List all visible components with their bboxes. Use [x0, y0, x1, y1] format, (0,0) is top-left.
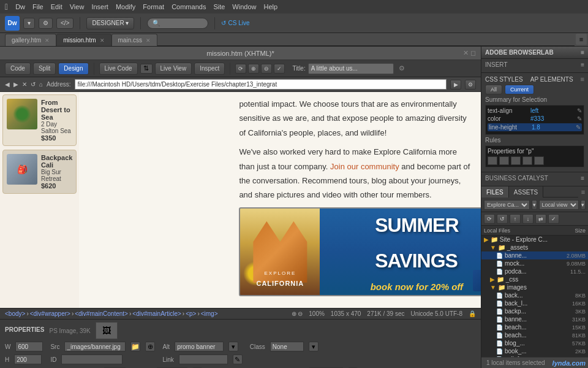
- refresh-icon[interactable]: ⟳: [235, 64, 246, 74]
- menu-insert[interactable]: Insert: [91, 3, 108, 10]
- live-code-icon[interactable]: ⇅: [140, 64, 153, 74]
- files-options[interactable]: ≡: [578, 186, 588, 197]
- insert-options[interactable]: ≡: [581, 61, 584, 68]
- tab-maincss[interactable]: main.css ✕: [111, 34, 157, 46]
- menu-site[interactable]: Site: [213, 3, 225, 10]
- checkmark-icon[interactable]: ✓: [274, 64, 285, 74]
- cs-live-btn[interactable]: ↺ CS Live: [221, 20, 249, 26]
- class-input[interactable]: [270, 342, 304, 351]
- join-link[interactable]: Join our community: [330, 162, 399, 171]
- rules-icon-1[interactable]: [488, 156, 497, 165]
- alt-input[interactable]: [175, 342, 224, 351]
- design-view-btn[interactable]: Design: [58, 63, 88, 75]
- file-back[interactable]: 📄 back... 8KB: [481, 291, 588, 299]
- menu-edit[interactable]: Edit: [51, 3, 62, 10]
- width-input[interactable]: [15, 342, 43, 351]
- file-root[interactable]: ▶ 📁 Site - Explore C...: [481, 236, 588, 243]
- file-beach2[interactable]: 📄 beach... 81KB: [481, 331, 588, 339]
- file-banne2[interactable]: 📄 banne... 31KB: [481, 315, 588, 323]
- current-btn[interactable]: Current: [505, 85, 534, 94]
- class-dropdown-icon[interactable]: ▾: [309, 342, 318, 351]
- tab-maincss-close[interactable]: ✕: [146, 37, 151, 44]
- breadcrumb-p[interactable]: <p>: [186, 310, 196, 317]
- zoom-out-icon[interactable]: ⊖: [261, 64, 272, 74]
- bc-options[interactable]: ≡: [581, 175, 584, 182]
- menu-commands[interactable]: Commands: [172, 3, 206, 10]
- src-input[interactable]: [64, 342, 126, 351]
- file-beach1[interactable]: 📄 beach... 15KB: [481, 323, 588, 331]
- home-btn[interactable]: ⌂: [39, 81, 43, 88]
- tab-mission[interactable]: mission.htm ✕: [56, 34, 111, 46]
- title-input[interactable]: [308, 63, 394, 74]
- file-backp[interactable]: 📄 backp... 3KB: [481, 307, 588, 315]
- rules-icon-3[interactable]: [511, 156, 521, 165]
- all-btn[interactable]: All: [485, 85, 502, 94]
- edit-btn-textalign[interactable]: ✎: [577, 107, 582, 114]
- src-browse-icon[interactable]: 📁: [130, 342, 140, 351]
- file-mock[interactable]: 📄 mock... 9.08MB: [481, 259, 588, 267]
- forward-btn[interactable]: ▶: [13, 81, 18, 88]
- tab-gallery[interactable]: gallery.htm ✕: [5, 34, 56, 46]
- view-options-icon[interactable]: ▾: [581, 200, 586, 210]
- css-options[interactable]: ≡: [581, 75, 584, 83]
- menu-dw[interactable]: Dw: [15, 3, 25, 10]
- address-input[interactable]: [75, 79, 447, 90]
- menu-format[interactable]: Format: [143, 3, 164, 10]
- edit-btn-color[interactable]: ✎: [577, 115, 582, 122]
- designer-dropdown[interactable]: DESIGNER ▾: [86, 17, 134, 29]
- rules-icon-5[interactable]: [534, 156, 544, 165]
- view-select[interactable]: Local view: [539, 200, 579, 210]
- file-banner1[interactable]: 📄 banne... 2.08MB: [481, 251, 588, 259]
- edit-btn-lineheight[interactable]: ✎: [576, 124, 581, 131]
- zoom-in-icon[interactable]: ⊕: [248, 64, 259, 74]
- toolbar-arrow-btn[interactable]: ▾: [23, 18, 35, 29]
- tab-mission-close[interactable]: ✕: [100, 37, 105, 44]
- connect-icon[interactable]: ⟳: [484, 214, 495, 224]
- live-code-btn[interactable]: Live Code: [99, 63, 138, 75]
- toolbar-code-btn[interactable]: </>: [56, 18, 74, 29]
- source-code-btn[interactable]: ≡: [576, 34, 587, 45]
- menu-help[interactable]: Help: [263, 3, 277, 10]
- check-icon[interactable]: ✓: [548, 214, 559, 224]
- site-select[interactable]: Explore Ca...: [484, 200, 530, 210]
- assets-tab[interactable]: ASSETS: [509, 186, 543, 197]
- folder-assets[interactable]: ▼ 📁 _assets: [481, 243, 588, 251]
- search-input[interactable]: [147, 18, 208, 29]
- id-input[interactable]: [61, 355, 123, 364]
- files-tab[interactable]: FILES: [481, 186, 509, 197]
- menu-view[interactable]: View: [70, 3, 85, 10]
- breadcrumb-mainarticle[interactable]: <div#mainArticle>: [132, 310, 181, 317]
- apple-menu[interactable]: : [5, 2, 8, 12]
- refresh-files-icon[interactable]: ↺: [497, 214, 508, 224]
- inspect-btn[interactable]: Inspect: [194, 63, 225, 75]
- refresh-btn[interactable]: ↺: [31, 81, 36, 88]
- file-blog[interactable]: 📄 blog_... 57KB: [481, 339, 588, 347]
- stop-btn[interactable]: ✕: [22, 81, 27, 88]
- split-view-btn[interactable]: Split: [33, 63, 56, 75]
- src-target-icon[interactable]: ⊕: [145, 342, 155, 351]
- link-edit-icon[interactable]: ✎: [233, 355, 243, 364]
- breadcrumb-body[interactable]: <body>: [5, 310, 25, 317]
- rules-icon-4[interactable]: [522, 156, 532, 165]
- folder-css[interactable]: ▶ 📁 _css: [481, 275, 588, 283]
- breadcrumb-wrapper[interactable]: <div#wrapper>: [30, 310, 70, 317]
- menu-window[interactable]: Window: [232, 3, 256, 10]
- sync-icon[interactable]: ⇄: [535, 214, 546, 224]
- doc-close-btn[interactable]: ✕ ◻: [463, 49, 476, 57]
- address-go-btn[interactable]: ▶: [450, 80, 461, 90]
- toolbar-wrench-btn[interactable]: ⚙: [39, 18, 53, 29]
- browserlab-options[interactable]: ≡: [581, 49, 584, 56]
- file-book[interactable]: 📄 book_... 2KB: [481, 347, 588, 355]
- breadcrumb-img[interactable]: <img>: [201, 310, 218, 317]
- menu-modify[interactable]: Modify: [116, 3, 135, 10]
- code-view-btn[interactable]: Code: [5, 63, 31, 75]
- alt-browse-icon[interactable]: ▾: [228, 342, 238, 351]
- site-options-icon[interactable]: ▾: [532, 200, 537, 210]
- breadcrumb-maincontent[interactable]: <div#mainContent>: [75, 310, 128, 317]
- banner-image[interactable]: EXPLORE CALIFORNIA SUMMER SAVINGS book n…: [239, 207, 481, 296]
- back-btn[interactable]: ◀: [5, 81, 10, 88]
- download-icon[interactable]: ↓: [522, 214, 533, 224]
- file-podca[interactable]: 📄 podca... 11.5...: [481, 267, 588, 275]
- upload-icon[interactable]: ↑: [510, 214, 521, 224]
- address-options-btn[interactable]: ⚙: [465, 80, 476, 90]
